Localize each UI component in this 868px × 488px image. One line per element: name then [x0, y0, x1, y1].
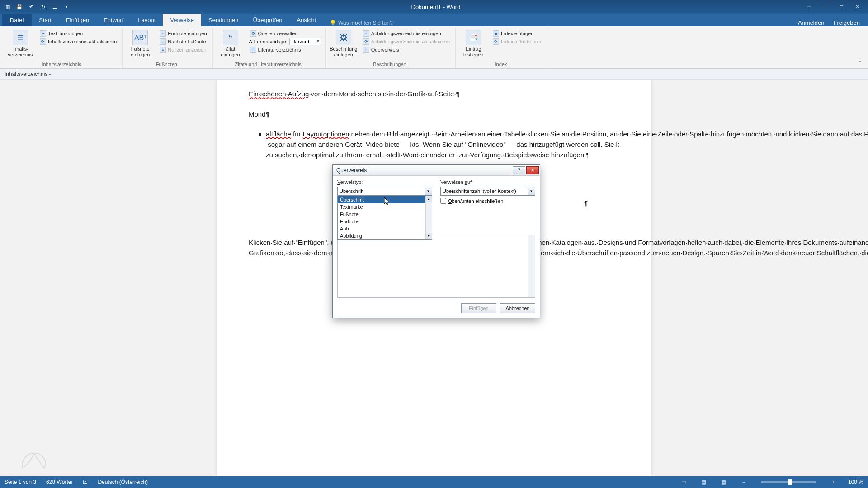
- endnote-einfuegen-button[interactable]: ⁿEndnote einfügen: [159, 30, 208, 37]
- sign-in-link[interactable]: Anmelden: [798, 19, 825, 26]
- tab-sendungen[interactable]: Sendungen: [201, 14, 246, 26]
- group-label-zitate: Zitate und Literaturverzeichnis: [216, 61, 321, 68]
- quick-access-toolbar: ▥ 💾 ↶ ↻ ☰ ▼: [0, 3, 71, 11]
- einfuegen-button[interactable]: Einfügen: [461, 303, 496, 313]
- bibliography-icon: ≣: [250, 47, 256, 53]
- literaturverzeichnis-button[interactable]: ≣Literaturverzeichnis: [249, 46, 321, 53]
- verweistyp-combo[interactable]: Überschrift ▾ Überschrift Textmarke Fußn…: [337, 187, 432, 196]
- verweistyp-option-endnote[interactable]: Endnote: [338, 218, 432, 225]
- next-footnote-icon: ↓: [160, 38, 166, 45]
- navigation-label: Inhaltsverzeichnis: [5, 71, 51, 77]
- doc-heading-mond: Mond¶: [249, 109, 619, 119]
- undo-icon[interactable]: ↶: [27, 3, 35, 11]
- scroll-down-icon[interactable]: ▼: [426, 233, 432, 239]
- view-web-layout-icon[interactable]: ▦: [719, 478, 729, 486]
- verweisen-auf-label: Verweisen auf:: [440, 179, 535, 185]
- ribbon-group-index: 📑 Eintrag festlegen ≣Index einfügen ⟳Ind…: [456, 28, 548, 68]
- dialog-titlebar[interactable]: Querverweis ? ✕: [333, 165, 540, 176]
- citation-icon: ❝: [223, 30, 238, 45]
- endnote-icon: ⁿ: [160, 30, 166, 37]
- tab-ueberpruefen[interactable]: Überprüfen: [246, 14, 290, 26]
- eintrag-festlegen-button[interactable]: 📑 Eintrag festlegen: [458, 30, 488, 58]
- zitat-einfuegen-button[interactable]: ❝ Zitat einfügen: [216, 30, 245, 58]
- oben-unten-checkbox[interactable]: [440, 198, 446, 204]
- dialog-help-icon[interactable]: ?: [513, 166, 525, 174]
- quellen-verwalten-button[interactable]: ⚙Quellen verwalten: [249, 30, 321, 37]
- verweistyp-combo-button[interactable]: ▾: [425, 187, 432, 195]
- verweistyp-option-fussnote[interactable]: Fußnote: [338, 211, 432, 218]
- dialog-title: Querverweis: [336, 167, 513, 174]
- querverweis-dialog: Querverweis ? ✕ Verweistyp: Verweisen au…: [332, 164, 540, 318]
- zoom-out-icon[interactable]: −: [739, 478, 749, 486]
- ribbon-verweise: ☰ Inhalts- verzeichnis ＋Text hinzufügen …: [0, 26, 868, 69]
- mouse-cursor-icon: [384, 197, 390, 206]
- style-icon: A: [249, 39, 252, 44]
- ribbon-group-fussnoten: AB¹ Fußnote einfügen ⁿEndnote einfügen ↓…: [123, 28, 212, 68]
- maximize-icon[interactable]: ◻: [834, 2, 849, 12]
- tab-verweise[interactable]: Verweise: [163, 14, 201, 26]
- inhaltsverzeichnis-button[interactable]: ☰ Inhalts- verzeichnis: [5, 30, 35, 58]
- status-words[interactable]: 628 Wörter: [46, 479, 73, 485]
- querverweis-button[interactable]: ↔Querverweis: [362, 46, 451, 53]
- beschriftung-einfuegen-button[interactable]: 🖼 Beschriftung einfügen: [329, 30, 359, 58]
- zoom-percent[interactable]: 100 %: [848, 479, 863, 485]
- tab-ansicht[interactable]: Ansicht: [290, 14, 324, 26]
- watermark-logo: [18, 448, 50, 473]
- zoom-slider[interactable]: [761, 481, 816, 483]
- touch-mode-icon[interactable]: ☰: [51, 3, 59, 11]
- save-icon[interactable]: 💾: [15, 3, 24, 11]
- tab-file[interactable]: Datei: [2, 14, 32, 26]
- share-button[interactable]: Freigeben: [833, 19, 860, 26]
- collapse-ribbon-icon[interactable]: ˄: [856, 59, 864, 67]
- scroll-up-icon[interactable]: ▲: [426, 196, 432, 202]
- qat-customize-icon[interactable]: ▼: [62, 3, 71, 11]
- tab-einfuegen[interactable]: Einfügen: [59, 14, 96, 26]
- view-read-mode-icon[interactable]: ▭: [679, 478, 689, 486]
- tab-start[interactable]: Start: [32, 14, 58, 26]
- redo-icon[interactable]: ↻: [39, 3, 47, 11]
- tab-entwurf[interactable]: Entwurf: [96, 14, 131, 26]
- dialog-button-row: Einfügen Abbrechen: [337, 300, 535, 313]
- zoom-in-icon[interactable]: +: [828, 478, 838, 486]
- verweisen-auf-combo[interactable]: Überschriftenzahl (voller Kontext) ▾: [440, 187, 535, 196]
- caption-icon: 🖼: [336, 30, 351, 45]
- doc-bullet-item: altfläche·für·Layoutoptionen·neben·dem·B…: [266, 129, 619, 160]
- oben-unten-checkbox-row[interactable]: Oben/unten einschließen: [440, 198, 535, 204]
- verweistyp-option-abbildung[interactable]: Abbildung: [338, 232, 432, 239]
- text-hinzufuegen-button[interactable]: ＋Text hinzufügen: [39, 30, 118, 37]
- formatvorlage-selector[interactable]: A Formatvorlage: Harvard: [249, 38, 321, 45]
- formatvorlage-value[interactable]: Harvard: [289, 38, 321, 45]
- verweisen-auf-combo-button[interactable]: ▾: [528, 187, 535, 195]
- zitat-einfuegen-label: Zitat einfügen: [216, 46, 245, 58]
- ribbon-display-options-icon[interactable]: ▭: [801, 2, 816, 12]
- zoom-slider-thumb[interactable]: [788, 479, 792, 485]
- inhaltsverzeichnis-aktualisieren-button[interactable]: ⟳Inhaltsverzeichnis aktualisieren: [39, 38, 118, 45]
- verweisen-auf-value: Überschriftenzahl (voller Kontext): [443, 188, 516, 194]
- verweistyp-option-abb[interactable]: Abb.: [338, 225, 432, 232]
- fuer-welche-listbox[interactable]: [337, 235, 535, 298]
- close-icon[interactable]: ✕: [850, 2, 865, 12]
- status-proofing-icon[interactable]: ☑: [83, 479, 88, 485]
- verweistyp-dropdown-scrollbar[interactable]: ▲ ▼: [425, 196, 432, 239]
- abbildungsverzeichnis-einfuegen-button[interactable]: ≡Abbildungsverzeichnis einfügen: [362, 30, 451, 37]
- dialog-close-icon[interactable]: ✕: [526, 166, 539, 174]
- formatvorlage-label: Formatvorlage:: [254, 39, 288, 44]
- minimize-icon[interactable]: —: [817, 2, 833, 12]
- view-print-layout-icon[interactable]: ▤: [699, 478, 709, 486]
- abbrechen-button[interactable]: Abbrechen: [500, 303, 535, 313]
- status-language[interactable]: Deutsch (Österreich): [98, 479, 148, 485]
- lightbulb-icon: 💡: [330, 20, 336, 26]
- status-page[interactable]: Seite 1 von 3: [5, 479, 36, 485]
- index-einfuegen-button[interactable]: ≣Index einfügen: [492, 30, 543, 37]
- naechste-fussnote-button[interactable]: ↓Nächste Fußnote: [159, 38, 208, 45]
- tab-layout[interactable]: Layout: [131, 14, 163, 26]
- listbox-scrollbar[interactable]: [528, 235, 535, 297]
- tell-me-search[interactable]: 💡 Was möchten Sie tun?: [330, 20, 392, 26]
- mark-entry-icon: 📑: [466, 30, 481, 45]
- text-hinzufuegen-label: Text hinzufügen: [48, 31, 83, 36]
- doc-wavy-2: Layoutoptionen: [303, 130, 349, 138]
- quellen-verwalten-label: Quellen verwalten: [258, 31, 298, 36]
- fussnote-einfuegen-button[interactable]: AB¹ Fußnote einfügen: [125, 30, 155, 58]
- navigation-bar[interactable]: Inhaltsverzeichnis: [0, 69, 868, 80]
- notizen-anzeigen-button: ≡Notizen anzeigen: [159, 46, 208, 53]
